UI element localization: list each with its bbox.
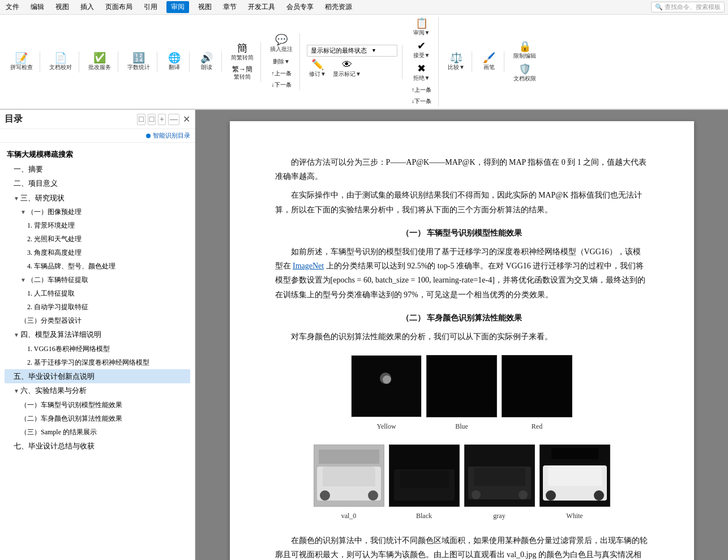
toc-content: 车辆大规模稀疏搜索 一、摘要 二、项目意义 ▼三、研究现状 ▼（一）图像预处理 …	[0, 143, 195, 560]
insert-comment-icon: 💬	[275, 35, 288, 45]
docperm-button[interactable]: 🛡️ 文档权限	[511, 63, 538, 84]
next2-button[interactable]: ↓下一条	[409, 96, 434, 106]
prev2-button[interactable]: ↑上一条	[409, 85, 434, 95]
toc-item-3a4[interactable]: 4. 车辆品牌、型号、颜色处理	[5, 259, 190, 273]
menu-chapter[interactable]: 章节	[221, 1, 239, 13]
ribbon-group-accept: 📋 审阅▼ ✔ 接受▼ ✖ 拒绝▼ ↑上一条 ↓下一条	[405, 17, 439, 106]
batch-label: 批改服务	[88, 63, 111, 71]
ribbon-group-paint: 🖌️ 画笔	[474, 52, 504, 72]
caption-black: Black	[416, 510, 432, 523]
menu-view2[interactable]: 视图	[196, 1, 214, 13]
delete-comment-button[interactable]: 删除▼	[271, 56, 292, 67]
doc-area[interactable]: 的评估方法可以分为三步：P——AP@K——MAP@K，得到的 MAP 指标值在 …	[195, 110, 728, 560]
review-icon: 📋	[416, 18, 428, 28]
toc-item-3b[interactable]: ▼（二）车辆特征提取	[5, 273, 190, 287]
trad-button[interactable]: 繁→簡 繁转简	[230, 65, 255, 82]
doccheck-icon: 📄	[54, 53, 67, 63]
sidebar-close-button[interactable]: ✕	[183, 114, 190, 125]
toc-item-6[interactable]: ▼六、实验结果与分析	[5, 383, 190, 398]
simplify-button[interactable]: 簡 简繁转简	[229, 42, 256, 63]
toc-item-7[interactable]: 七、毕业设计总结与收获	[5, 439, 190, 454]
sidebar-title: 目录	[5, 113, 23, 125]
toc-item-3[interactable]: ▼三、研究现状	[5, 191, 190, 206]
img-black-container: Black	[389, 444, 460, 523]
toc-item-3a2[interactable]: 2. 光照和天气处理	[5, 232, 190, 246]
toc-item-3b2[interactable]: 2. 自动学习提取特征	[5, 300, 190, 314]
menu-view[interactable]: 视图	[53, 1, 71, 13]
toc-item-3a3[interactable]: 3. 角度和高度处理	[5, 246, 190, 259]
menu-member[interactable]: 会员专享	[284, 1, 316, 13]
toc-item-4a[interactable]: 1. VGG16卷积神经网络模型	[5, 342, 190, 356]
doccheck-button[interactable]: 📄 文档校对	[47, 52, 74, 72]
toc-item-3a[interactable]: ▼（一）图像预处理	[5, 205, 190, 219]
charcount-button[interactable]: 🔢 字数统计	[125, 52, 152, 72]
simplify-label: 简繁转简	[231, 54, 254, 62]
compare-button[interactable]: ⚖️ 比较▼	[446, 52, 467, 72]
img-blue	[426, 355, 497, 417]
section-title-1: （一） 车辆型号识别模型性能效果	[275, 226, 649, 240]
caption-blue: Blue	[455, 421, 468, 433]
toc-expand-3[interactable]: ▼	[14, 194, 20, 203]
toc-expand-3a[interactable]: ▼	[20, 208, 27, 216]
prev2-label: ↑上一条	[412, 86, 431, 94]
paintbrush-button[interactable]: 🖌️ 画笔	[479, 52, 499, 72]
imagenet-link[interactable]: ImageNet	[293, 262, 324, 270]
toc-item-4b[interactable]: 2. 基于迁移学习的深度卷积神经网络模型	[5, 356, 190, 369]
toc-expand-6[interactable]: ▼	[14, 387, 20, 395]
menu-review[interactable]: 审阅	[166, 1, 189, 13]
reject-button[interactable]: ✖ 拒绝▼	[411, 62, 432, 83]
toc-item-3c[interactable]: （三）分类型器设计	[5, 314, 190, 327]
read-button[interactable]: 🔊 朗读	[196, 52, 217, 72]
toc-expand-3b[interactable]: ▼	[20, 276, 27, 284]
spellcheck-button[interactable]: 📝 拼写检查	[8, 52, 35, 72]
track-state-select[interactable]: 显示标记的最终状态 ▼	[307, 45, 397, 57]
menu-edit[interactable]: 编辑	[28, 1, 46, 13]
translate-button[interactable]: 🌐 翻译	[164, 52, 185, 72]
caption-val0: val_0	[341, 510, 357, 523]
compare-label: 比较▼	[448, 63, 465, 71]
menu-layout[interactable]: 页面布局	[103, 1, 135, 13]
accept-label: 接受▼	[413, 52, 430, 59]
toc-item-6a[interactable]: （一）车辆型号识别模型性能效果	[5, 398, 190, 412]
accept-button[interactable]: ✔ 接受▼	[411, 40, 432, 61]
toc-item-6b[interactable]: （二）车身颜色识别算法性能效果	[5, 412, 190, 425]
ribbon-group-track: 显示标记的最终状态 ▼ ✏️ 修订▼ 👁 显示标记▼	[302, 45, 402, 79]
img-black	[389, 444, 460, 507]
spellcheck-icon: 📝	[15, 53, 28, 63]
toc-item-4[interactable]: ▼四、模型及算法详细说明	[5, 327, 190, 342]
toc-item-1[interactable]: 一、摘要	[5, 162, 190, 177]
toc-icon-plus[interactable]: +	[158, 114, 166, 125]
insert-comment-button[interactable]: 💬 插入批注	[268, 33, 295, 54]
smart-toc-button[interactable]: 智能识别目录	[146, 131, 190, 140]
restrict-button[interactable]: 🔒 限制编辑	[511, 40, 538, 61]
show-mark-button[interactable]: 👁 显示标记▼	[331, 58, 363, 79]
toc-item-3b1[interactable]: 1. 人工特征提取	[5, 287, 190, 300]
revise-icon: ✏️	[311, 59, 324, 70]
next-comment-button[interactable]: ↓下一条	[269, 80, 294, 90]
review-button[interactable]: 📋 审阅▼	[411, 17, 432, 38]
toc-icon-box[interactable]: □	[148, 114, 156, 125]
toc-item-2[interactable]: 二、项目意义	[5, 176, 190, 191]
img-yellow	[351, 355, 422, 417]
menu-file[interactable]: 文件	[3, 1, 22, 13]
revise-button[interactable]: ✏️ 修订▼	[307, 58, 328, 79]
toc-icon-minus[interactable]: □	[137, 114, 145, 125]
search-box[interactable]: 🔍 查找命令、搜索模板	[651, 2, 725, 12]
prev-comment-button[interactable]: ↑上一条	[269, 69, 294, 79]
menu-insert[interactable]: 插入	[78, 1, 96, 13]
img-white-container: White	[539, 444, 610, 523]
toc-item-0[interactable]: 车辆大规模稀疏搜索	[5, 147, 190, 162]
batch-button[interactable]: ✅ 批改服务	[86, 52, 113, 72]
img-yellow-container: Yellow	[351, 355, 422, 433]
toc-item-3a1[interactable]: 1. 背景环境处理	[5, 219, 190, 232]
toc-expand-4[interactable]: ▼	[14, 331, 20, 339]
toc-item-6c[interactable]: （三）Sample 的结果展示	[5, 425, 190, 439]
menu-straw[interactable]: 稻壳资源	[323, 1, 354, 13]
toc-icon-lines[interactable]: —	[168, 114, 179, 125]
toc-item-5[interactable]: 五、毕业设计创新点说明	[5, 369, 190, 384]
color-images-grid: Yellow Blue Red	[275, 355, 649, 433]
menu-ref[interactable]: 引用	[142, 1, 160, 13]
img-val0	[314, 444, 384, 507]
ribbon-group-translate: 🌐 翻译	[160, 52, 190, 72]
menu-dev[interactable]: 开发工具	[246, 1, 277, 13]
